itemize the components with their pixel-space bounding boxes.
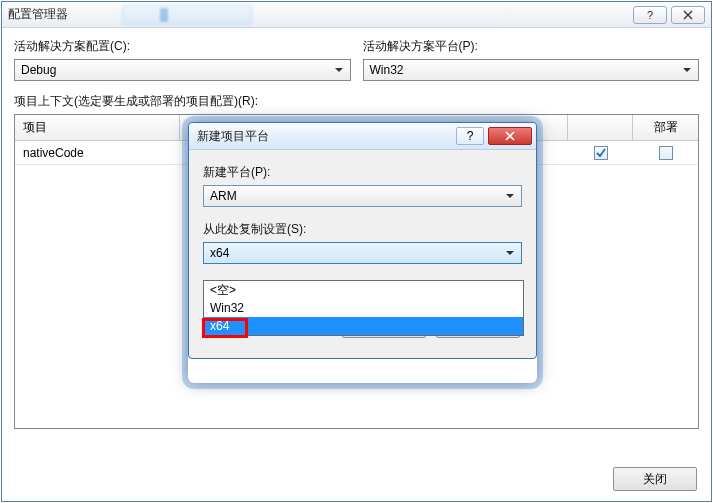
active-config-label: 活动解决方案配置(C): [14,38,351,55]
active-platform-value: Win32 [370,63,404,77]
context-label: 项目上下文(选定要生成或部署的项目配置)(R): [14,93,699,110]
modal-help-button[interactable]: ? [456,127,484,145]
active-config-combo[interactable]: Debug [14,59,351,81]
chevron-down-icon [501,188,519,204]
dropdown-item-empty[interactable]: <空> [204,281,523,299]
chevron-down-icon [678,62,696,78]
close-button-label: 关闭 [643,471,667,488]
background-tab-accent [160,8,168,22]
platform-col: 活动解决方案平台(P): Win32 [363,38,700,81]
help-button[interactable]: ? [633,6,667,24]
deploy-checkbox[interactable] [659,146,673,160]
modal-titlebar: 新建项目平台 ? [189,123,536,150]
titlebar: 配置管理器 ? [2,2,711,28]
cell-build [568,146,633,160]
config-col: 活动解决方案配置(C): Debug [14,38,351,81]
new-platform-label: 新建平台(P): [203,164,522,181]
cell-project: nativeCode [15,146,180,160]
chevron-down-icon [330,62,348,78]
close-button[interactable]: 关闭 [613,467,697,491]
chevron-down-icon [501,245,519,261]
new-project-platform-dialog: 新建项目平台 ? 新建平台(P): ARM 从此处复制设置(S): x64 确定 [188,122,537,359]
col-deploy[interactable]: 部署 [633,115,698,140]
active-platform-combo[interactable]: Win32 [363,59,700,81]
build-checkbox[interactable] [594,146,608,160]
col-build[interactable] [568,115,633,140]
active-config-value: Debug [21,63,56,77]
modal-title: 新建项目平台 [197,128,456,145]
close-icon[interactable] [671,6,705,24]
col-project[interactable]: 项目 [15,115,180,140]
dropdown-item-x64[interactable]: x64 [204,317,523,335]
window-title: 配置管理器 [8,6,629,23]
modal-close-button[interactable] [488,127,532,145]
active-platform-label: 活动解决方案平台(P): [363,38,700,55]
background-tab [122,5,252,25]
dropdown-item-win32[interactable]: Win32 [204,299,523,317]
copy-from-dropdown: <空> Win32 x64 [203,280,524,336]
config-row: 活动解决方案配置(C): Debug 活动解决方案平台(P): Win32 [14,38,699,81]
copy-from-value: x64 [210,246,229,260]
copy-from-label: 从此处复制设置(S): [203,221,522,238]
copy-from-combo[interactable]: x64 [203,242,522,264]
main-footer: 关闭 [613,467,697,491]
cell-deploy [633,146,698,160]
new-platform-value: ARM [210,189,237,203]
new-platform-combo[interactable]: ARM [203,185,522,207]
